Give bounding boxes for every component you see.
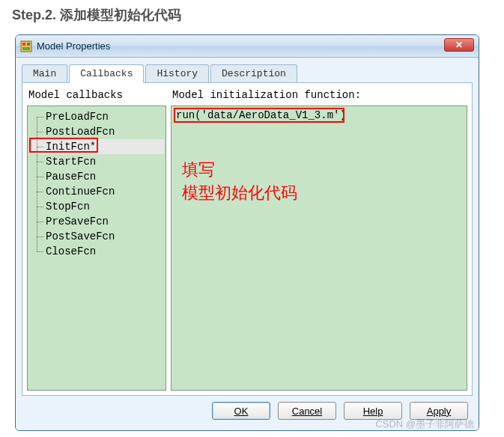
svg-rect-3 bbox=[22, 47, 30, 50]
tab-main[interactable]: Main bbox=[22, 64, 67, 82]
tabstrip: Main Callbacks History Description bbox=[22, 64, 473, 83]
dialog-window: Model Properties ✕ Main Callbacks Histor… bbox=[15, 34, 479, 431]
app-icon bbox=[20, 40, 32, 52]
tab-description[interactable]: Description bbox=[210, 64, 297, 82]
tree-item-closefcn[interactable]: CloseFcn bbox=[32, 244, 164, 259]
apply-button[interactable]: Apply bbox=[410, 402, 468, 420]
code-editor[interactable]: run('data/AeroData_V1_3.m') 填写 模型初始化代码 bbox=[171, 106, 467, 391]
svg-rect-1 bbox=[22, 43, 25, 46]
annotation-text: 填写 模型初始化代码 bbox=[182, 159, 297, 205]
code-content: run('data/AeroData_V1_3.m') bbox=[171, 106, 467, 124]
tree-item-preloadfcn[interactable]: PreLoadFcn bbox=[32, 109, 164, 124]
button-row: OK Cancel Help Apply bbox=[22, 396, 473, 426]
tab-history[interactable]: History bbox=[145, 64, 209, 82]
tree-item-startfcn[interactable]: StartFcn bbox=[32, 154, 164, 169]
close-icon: ✕ bbox=[455, 40, 463, 50]
tree-item-postloadfcn[interactable]: PostLoadFcn bbox=[32, 124, 164, 139]
tree-item-stopfcn[interactable]: StopFcn bbox=[32, 199, 164, 214]
tab-callbacks[interactable]: Callbacks bbox=[69, 64, 144, 83]
tree-item-initfcn[interactable]: InitFcn* bbox=[32, 139, 164, 154]
tab-panel: Model callbacks PreLoadFcn PostLoadFcn I… bbox=[22, 83, 473, 396]
ok-button[interactable]: OK bbox=[212, 402, 270, 420]
code-header: Model initialization function: bbox=[171, 88, 467, 106]
tree-item-pausefcn[interactable]: PauseFcn bbox=[32, 169, 164, 184]
window-title: Model Properties bbox=[37, 40, 110, 52]
tree-header: Model callbacks bbox=[27, 88, 166, 106]
titlebar: Model Properties ✕ bbox=[16, 35, 479, 58]
cancel-button[interactable]: Cancel bbox=[278, 402, 336, 420]
tree-item-postsavefcn[interactable]: PostSaveFcn bbox=[32, 229, 164, 244]
tree-column: Model callbacks PreLoadFcn PostLoadFcn I… bbox=[27, 88, 166, 391]
tree-item-presavefcn[interactable]: PreSaveFcn bbox=[32, 214, 164, 229]
code-column: Model initialization function: run('data… bbox=[171, 88, 467, 391]
tree-item-continuefcn[interactable]: ContinueFcn bbox=[32, 184, 164, 199]
callback-tree[interactable]: PreLoadFcn PostLoadFcn InitFcn* StartFcn… bbox=[27, 106, 166, 391]
window-body: Main Callbacks History Description Model… bbox=[16, 58, 479, 430]
close-button[interactable]: ✕ bbox=[444, 38, 474, 52]
help-button[interactable]: Help bbox=[344, 402, 402, 420]
svg-rect-2 bbox=[27, 43, 30, 46]
step-heading: Step.2. 添加模型初始化代码 bbox=[0, 0, 504, 34]
